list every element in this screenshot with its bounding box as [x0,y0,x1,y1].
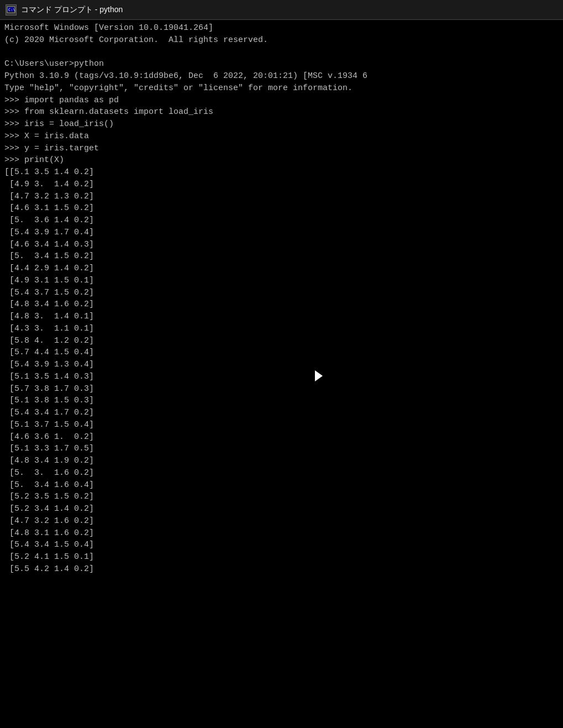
title-bar-text: コマンド プロンプト - python [21,5,123,15]
title-bar-icon: C:\ [6,4,17,15]
terminal-output: Microsoft Windows [Version 10.0.19041.26… [4,22,559,575]
terminal[interactable]: Microsoft Windows [Version 10.0.19041.26… [0,20,563,728]
svg-text:C:\: C:\ [8,8,15,12]
title-bar: C:\ コマンド プロンプト - python [0,0,563,20]
